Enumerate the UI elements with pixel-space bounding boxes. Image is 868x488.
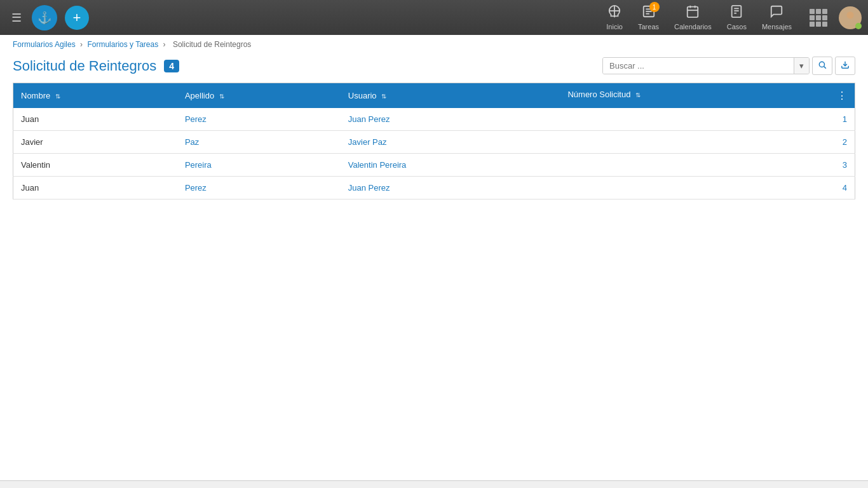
- casos-icon: [729, 4, 743, 22]
- column-header-usuario[interactable]: Usuario ⇅: [341, 83, 560, 109]
- main-content: Nombre ⇅ Apellido ⇅ Usuario ⇅ Número Sol…: [0, 83, 868, 472]
- cell-apellido[interactable]: Perez: [177, 108, 341, 131]
- horizontal-scrollbar[interactable]: [0, 480, 868, 488]
- nav-item-mensajes[interactable]: Mensajes: [756, 2, 798, 33]
- cell-usuario[interactable]: Juan Perez: [341, 108, 560, 131]
- nav-item-tareas[interactable]: 1 Tareas: [632, 2, 665, 33]
- logo-icon: ⚓: [32, 5, 57, 30]
- cell-numero-solicitud[interactable]: 2: [560, 131, 855, 154]
- cell-numero-solicitud[interactable]: 4: [560, 177, 855, 200]
- breadcrumb-formularios-agiles[interactable]: Formularios Agiles: [13, 40, 76, 49]
- grid-icon: [807, 6, 830, 29]
- mensajes-icon: [770, 4, 783, 22]
- tareas-badge: 1: [649, 2, 660, 12]
- tareas-icon: 1: [642, 4, 656, 22]
- nav-grid-item[interactable]: [801, 4, 836, 32]
- table-row: ValentinPereiraValentin Pereira3: [13, 154, 855, 177]
- table-header-row: Nombre ⇅ Apellido ⇅ Usuario ⇅ Número Sol…: [13, 83, 855, 109]
- svg-rect-6: [688, 7, 698, 18]
- svg-point-14: [846, 11, 853, 18]
- svg-line-16: [824, 67, 826, 69]
- table-row: JuanPerezJuan Perez4: [13, 177, 855, 200]
- breadcrumb-formularios-tareas[interactable]: Formularios y Tareas: [87, 40, 158, 49]
- page-header: Solicitud de Reintegros 4 ▾: [0, 51, 868, 83]
- cell-numero-solicitud[interactable]: 3: [560, 154, 855, 177]
- sort-icon-nombre: ⇅: [55, 93, 60, 100]
- breadcrumb: Formularios Agiles › Formularios y Tarea…: [0, 35, 868, 51]
- table-row: JuanPerezJuan Perez1: [13, 108, 855, 131]
- table-body: JuanPerezJuan Perez1JavierPazJavier Paz2…: [13, 108, 855, 200]
- column-options-icon[interactable]: ⋮: [837, 90, 847, 102]
- tareas-label: Tareas: [638, 23, 659, 30]
- sort-icon-numero: ⇅: [635, 92, 641, 98]
- svg-point-15: [819, 62, 824, 67]
- cell-nombre: Juan: [13, 108, 177, 131]
- cell-apellido[interactable]: Pereira: [177, 154, 341, 177]
- record-count-badge: 4: [164, 60, 179, 72]
- add-button[interactable]: +: [65, 6, 89, 30]
- breadcrumb-current: Solicitud de Reintegros: [173, 40, 251, 49]
- column-header-nombre[interactable]: Nombre ⇅: [13, 83, 177, 109]
- search-dropdown-button[interactable]: ▾: [794, 58, 809, 74]
- cell-usuario[interactable]: Javier Paz: [341, 131, 560, 154]
- search-input-wrap: ▾: [602, 57, 810, 74]
- online-status-dot: [855, 23, 862, 29]
- breadcrumb-separator-2: ›: [163, 40, 168, 49]
- breadcrumb-separator-1: ›: [80, 40, 85, 49]
- casos-label: Casos: [727, 23, 747, 30]
- nav-items: Inicio 1 Tareas: [600, 2, 862, 33]
- cell-usuario[interactable]: Valentin Pereira: [341, 154, 560, 177]
- inicio-label: Inicio: [606, 23, 623, 30]
- nav-item-casos[interactable]: Casos: [721, 2, 753, 33]
- inicio-icon: [607, 4, 621, 22]
- hamburger-menu-icon[interactable]: ☰: [6, 8, 27, 28]
- cell-nombre: Juan: [13, 177, 177, 200]
- avatar-container[interactable]: [839, 6, 862, 29]
- cell-nombre: Valentin: [13, 154, 177, 177]
- cell-nombre: Javier: [13, 131, 177, 154]
- nav-item-calendarios[interactable]: Calendarios: [668, 2, 718, 33]
- page-title: Solicitud de Reintegros: [13, 58, 156, 74]
- column-header-apellido[interactable]: Apellido ⇅: [177, 83, 341, 109]
- table-row: JavierPazJavier Paz2: [13, 131, 855, 154]
- nav-item-inicio[interactable]: Inicio: [600, 2, 629, 33]
- column-header-numero-solicitud[interactable]: Número Solicitud ⇅ ⋮: [560, 83, 855, 109]
- cell-apellido[interactable]: Paz: [177, 131, 341, 154]
- sort-icon-usuario: ⇅: [381, 93, 386, 100]
- calendarios-label: Calendarios: [674, 23, 712, 30]
- data-table: Nombre ⇅ Apellido ⇅ Usuario ⇅ Número Sol…: [13, 83, 855, 200]
- search-button[interactable]: [812, 57, 832, 75]
- top-navigation: ☰ ⚓ + Inicio 1: [0, 0, 868, 35]
- cell-numero-solicitud[interactable]: 1: [560, 108, 855, 131]
- search-container: ▾: [602, 57, 855, 75]
- calendarios-icon: [686, 4, 700, 22]
- search-input[interactable]: [603, 58, 794, 74]
- cell-usuario[interactable]: Juan Perez: [341, 177, 560, 200]
- mensajes-label: Mensajes: [762, 23, 792, 30]
- cell-apellido[interactable]: Perez: [177, 177, 341, 200]
- download-button[interactable]: [835, 57, 855, 75]
- sort-icon-apellido: ⇅: [219, 93, 224, 100]
